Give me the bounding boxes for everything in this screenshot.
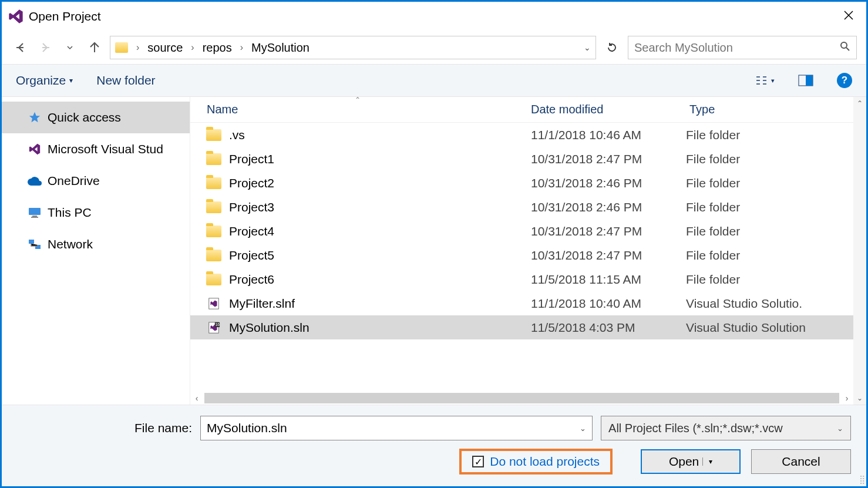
file-name-dropdown[interactable]: ⌄ bbox=[580, 424, 586, 433]
file-row[interactable]: Project510/31/2018 2:47 PMFile folder bbox=[190, 243, 853, 267]
file-type: File folder bbox=[686, 200, 853, 214]
file-row[interactable]: 16MySolution.sln11/5/2018 4:03 PMVisual … bbox=[190, 315, 853, 339]
file-type: Visual Studio Solutio. bbox=[686, 297, 853, 311]
svg-rect-2 bbox=[806, 75, 813, 86]
file-row[interactable]: Project410/31/2018 2:47 PMFile folder bbox=[190, 219, 853, 243]
scroll-down-icon[interactable]: ⌄ bbox=[853, 392, 866, 405]
file-row[interactable]: .vs11/1/2018 10:46 AMFile folder bbox=[190, 123, 853, 147]
file-type: Visual Studio Solution bbox=[686, 321, 853, 335]
file-date: 10/31/2018 2:46 PM bbox=[531, 200, 686, 214]
sidebar-item-quick-access[interactable]: Quick access bbox=[2, 102, 190, 133]
folder-icon bbox=[206, 226, 221, 237]
arrow-right-icon bbox=[39, 42, 51, 53]
view-options-button[interactable]: ▾ bbox=[756, 75, 775, 86]
back-button[interactable] bbox=[11, 38, 30, 57]
dialog-body: Quick access Microsoft Visual Stud OneDr… bbox=[2, 97, 866, 405]
file-type: File folder bbox=[686, 152, 853, 166]
svg-text:16: 16 bbox=[216, 322, 220, 327]
cancel-button[interactable]: Cancel bbox=[751, 449, 851, 474]
file-list-pane: ⌃ Name Date modified Type .vs11/1/2018 1… bbox=[190, 97, 853, 405]
visual-studio-icon bbox=[8, 8, 24, 25]
file-name: MySolution.sln bbox=[229, 321, 531, 335]
file-type: File folder bbox=[686, 272, 853, 287]
svg-rect-6 bbox=[29, 240, 34, 244]
nav-bar: › source › repos › MySolution ⌄ bbox=[2, 31, 866, 64]
file-name: Project4 bbox=[229, 224, 531, 238]
file-type-filter[interactable]: All Project Files (*.sln;*.dsw;*.vcw ⌄ bbox=[601, 416, 851, 440]
titlebar: Open Project bbox=[2, 2, 866, 31]
scroll-up-icon[interactable]: ⌃ bbox=[853, 97, 866, 110]
refresh-button[interactable] bbox=[602, 38, 622, 58]
up-button[interactable] bbox=[85, 38, 104, 57]
svg-rect-4 bbox=[32, 216, 37, 217]
file-name: Project1 bbox=[229, 152, 531, 166]
dialog-footer: File name: ⌄ All Project Files (*.sln;*.… bbox=[2, 405, 866, 486]
folder-icon bbox=[206, 201, 221, 213]
solution-file-icon: 16 bbox=[207, 321, 220, 334]
folder-icon bbox=[115, 42, 128, 53]
search-box[interactable] bbox=[628, 36, 857, 59]
sidebar-item-label: This PC bbox=[48, 206, 92, 220]
file-row[interactable]: MyFilter.slnf11/1/2018 10:40 AMVisual St… bbox=[190, 291, 853, 315]
file-name-input[interactable] bbox=[207, 421, 580, 435]
sidebar-item-network[interactable]: Network bbox=[2, 228, 190, 260]
search-input[interactable] bbox=[634, 41, 840, 55]
file-name: Project3 bbox=[229, 200, 531, 214]
file-date: 10/31/2018 2:47 PM bbox=[531, 224, 686, 238]
preview-pane-icon bbox=[798, 75, 813, 86]
close-icon bbox=[843, 10, 854, 21]
file-date: 11/1/2018 10:40 AM bbox=[531, 297, 686, 311]
sidebar-item-visual-studio[interactable]: Microsoft Visual Stud bbox=[2, 133, 190, 165]
folder-icon bbox=[206, 274, 221, 285]
file-name-field[interactable]: ⌄ bbox=[200, 416, 593, 440]
open-split-dropdown[interactable]: ▾ bbox=[702, 457, 712, 466]
dialog-title: Open Project bbox=[29, 9, 837, 23]
sidebar-item-onedrive[interactable]: OneDrive bbox=[2, 165, 190, 197]
column-header-type[interactable]: Type bbox=[686, 103, 853, 116]
breadcrumb-source[interactable]: source bbox=[145, 40, 185, 56]
do-not-load-projects-label[interactable]: Do not load projects bbox=[490, 455, 600, 469]
refresh-icon bbox=[606, 42, 618, 53]
file-row[interactable]: Project611/5/2018 11:15 AMFile folder bbox=[190, 267, 853, 291]
breadcrumb-mysolution[interactable]: MySolution bbox=[249, 40, 312, 56]
close-button[interactable] bbox=[837, 9, 860, 24]
horizontal-scrollbar[interactable]: ‹ › bbox=[190, 392, 853, 405]
file-row[interactable]: Project110/31/2018 2:47 PMFile folder bbox=[190, 147, 853, 171]
file-name: Project6 bbox=[229, 272, 531, 287]
organize-menu[interactable]: Organize ▾ bbox=[16, 73, 73, 87]
file-date: 11/1/2018 10:46 AM bbox=[531, 128, 686, 142]
scroll-right-icon[interactable]: › bbox=[840, 393, 853, 403]
file-name: Project5 bbox=[229, 248, 531, 262]
caret-down-icon: ▾ bbox=[69, 76, 73, 85]
pc-icon bbox=[28, 206, 42, 220]
preview-pane-button[interactable] bbox=[798, 75, 813, 86]
do-not-load-projects-checkbox[interactable]: ✓ bbox=[472, 456, 484, 467]
help-button[interactable]: ? bbox=[837, 73, 852, 88]
scroll-left-icon[interactable]: ‹ bbox=[190, 393, 203, 403]
resize-grip-icon[interactable]: ⣿ bbox=[859, 474, 864, 484]
scrollbar-track[interactable] bbox=[204, 393, 839, 403]
address-dropdown[interactable]: ⌄ bbox=[584, 43, 591, 52]
vertical-scrollbar[interactable]: ⌃ ⌄ bbox=[853, 97, 866, 405]
file-date: 11/5/2018 4:03 PM bbox=[531, 321, 686, 335]
address-bar[interactable]: › source › repos › MySolution ⌄ bbox=[110, 36, 596, 59]
file-row[interactable]: Project310/31/2018 2:46 PMFile folder bbox=[190, 195, 853, 219]
breadcrumb-repos[interactable]: repos bbox=[200, 40, 234, 56]
new-folder-button[interactable]: New folder bbox=[96, 73, 155, 87]
open-button[interactable]: Open ▾ bbox=[641, 449, 741, 474]
column-header-name[interactable]: Name bbox=[190, 103, 531, 116]
svg-point-0 bbox=[841, 42, 847, 48]
sidebar-item-this-pc[interactable]: This PC bbox=[2, 197, 190, 228]
recent-locations-button[interactable] bbox=[60, 38, 79, 57]
svg-rect-5 bbox=[31, 217, 38, 218]
chevron-down-icon bbox=[66, 44, 73, 51]
chevron-down-icon: ⌄ bbox=[837, 424, 843, 433]
cloud-icon bbox=[28, 174, 42, 188]
file-row[interactable]: Project210/31/2018 2:46 PMFile folder bbox=[190, 171, 853, 195]
folder-icon bbox=[206, 129, 221, 141]
search-icon[interactable] bbox=[840, 41, 850, 54]
folder-icon bbox=[206, 250, 221, 261]
column-header-date[interactable]: Date modified bbox=[531, 103, 686, 116]
caret-down-icon: ▾ bbox=[771, 77, 775, 85]
forward-button[interactable] bbox=[36, 38, 55, 57]
